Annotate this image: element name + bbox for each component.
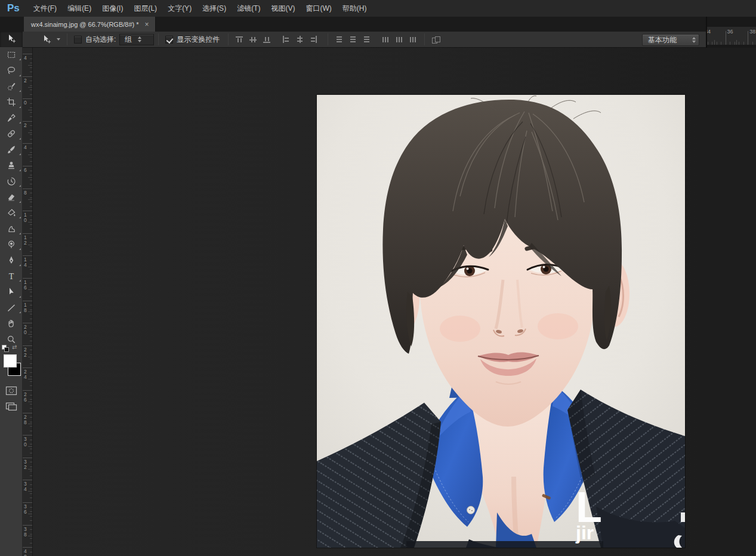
screen-mode-button[interactable]	[0, 399, 23, 414]
distribute-vertical-centers-icon[interactable]	[348, 35, 358, 45]
horizontal-ruler-fragment[interactable]: 343638	[707, 27, 756, 45]
document-tab[interactable]: wx4.sinaimg.jpg @ 66.7%(RGB/8#) * ×	[24, 17, 156, 32]
ruler-tick: 2 6	[24, 392, 27, 403]
ruler-tick	[28, 379, 32, 379]
menu-item-8[interactable]: 视图(V)	[266, 0, 300, 17]
tool-hand[interactable]	[0, 316, 23, 332]
auto-select-target-value: 组	[125, 35, 132, 45]
ruler-tick	[23, 278, 32, 279]
ruler-tick	[30, 287, 32, 288]
menu-item-1[interactable]: 文件(F)	[28, 0, 62, 17]
ruler-tick	[28, 65, 32, 66]
ruler-tick	[30, 449, 32, 449]
ruler-tick	[30, 507, 32, 508]
ruler-tick	[30, 67, 32, 68]
tool-history-brush[interactable]	[0, 174, 23, 190]
ruler-tick	[30, 417, 32, 418]
tool-type[interactable]: T	[0, 268, 23, 285]
ruler-tick	[30, 376, 32, 377]
tool-lasso[interactable]	[0, 63, 23, 79]
menu-item-3[interactable]: 图像(I)	[97, 0, 128, 17]
ruler-tick	[30, 220, 32, 220]
tool-smudge[interactable]	[0, 221, 23, 237]
align-horizontal-centers-icon[interactable]	[295, 35, 305, 45]
default-colors-icon[interactable]	[2, 345, 10, 352]
ruler-tick	[30, 372, 32, 373]
tool-crop[interactable]	[0, 94, 23, 110]
ruler-tick	[30, 489, 32, 489]
tool-spot-healing-brush[interactable]	[0, 126, 23, 142]
brush-tool-icon	[7, 145, 16, 155]
ruler-tick	[28, 357, 32, 357]
ruler-tick: 2 2	[24, 347, 27, 358]
ruler-tick	[30, 422, 32, 422]
ruler-tick	[30, 206, 32, 207]
canvas-document[interactable]: L jir	[317, 95, 685, 548]
ruler-tick	[30, 395, 32, 396]
tool-eraser[interactable]	[0, 189, 23, 205]
smudge-tool-icon	[7, 224, 16, 233]
tool-pen[interactable]	[0, 252, 23, 268]
ruler-tick	[30, 341, 32, 341]
align-right-edges-icon[interactable]	[308, 35, 319, 45]
tool-dodge[interactable]	[0, 237, 23, 253]
tool-preset-caret-icon[interactable]	[57, 38, 60, 41]
menu-item-9[interactable]: 窗口(W)	[300, 0, 337, 17]
distribute-top-edges-icon[interactable]	[334, 35, 344, 45]
distribute-right-edges-icon[interactable]	[408, 35, 418, 45]
align-bottom-edges-icon[interactable]	[262, 35, 272, 45]
distribute-bottom-edges-icon[interactable]	[362, 35, 372, 45]
separator	[158, 33, 159, 45]
tool-quick-selection[interactable]	[0, 79, 23, 95]
show-transform-controls-checkbox[interactable]	[165, 36, 173, 44]
tool-eyedropper[interactable]	[0, 110, 23, 126]
menu-item-10[interactable]: 帮助(H)	[337, 0, 372, 17]
ruler-tick	[30, 332, 32, 332]
distribute-left-edges-icon[interactable]	[381, 35, 391, 45]
menu-item-7[interactable]: 滤镜(T)	[232, 0, 266, 17]
tool-line[interactable]	[0, 300, 23, 316]
ruler-tick	[30, 251, 32, 252]
tool-brush[interactable]	[0, 142, 23, 158]
tool-paint-bucket[interactable]	[0, 205, 23, 221]
ruler-tick	[30, 242, 32, 243]
tab-close-icon[interactable]: ×	[145, 21, 149, 28]
auto-select-target-dropdown[interactable]: 组	[119, 34, 154, 45]
auto-align-layers-icon[interactable]	[431, 35, 441, 45]
ruler-tick	[30, 404, 32, 404]
ruler-tick	[30, 202, 32, 202]
align-top-edges-icon[interactable]	[234, 35, 245, 45]
menu-item-4[interactable]: 图层(L)	[128, 0, 162, 17]
tool-path-selection[interactable]	[0, 284, 23, 300]
ruler-tick	[28, 289, 32, 290]
ruler-tick	[30, 224, 32, 225]
ruler-tick	[28, 267, 32, 267]
ruler-tick	[28, 446, 32, 447]
align-vertical-centers-icon[interactable]	[248, 35, 258, 45]
auto-select-checkbox[interactable]	[74, 36, 82, 44]
quick-mask-button[interactable]	[0, 383, 23, 399]
align-left-edges-icon[interactable]	[281, 35, 291, 45]
ruler-tick: 36	[727, 29, 733, 35]
tool-preset-move-icon[interactable]	[38, 33, 55, 46]
ruler-tick	[30, 493, 32, 494]
tool-move[interactable]	[0, 31, 23, 47]
menu-item-6[interactable]: 选择(S)	[197, 0, 232, 17]
vertical-ruler[interactable]: 42024681 01 21 41 61 82 02 22 42 62 83 0…	[23, 48, 33, 556]
ruler-tick	[717, 42, 717, 45]
separator	[424, 33, 425, 45]
ruler-tick	[30, 180, 32, 180]
foreground-color-swatch[interactable]	[4, 354, 17, 367]
menu-item-2[interactable]: 编辑(E)	[62, 0, 97, 17]
swap-colors-icon[interactable]: ⇄	[12, 344, 17, 350]
menu-item-5[interactable]: 文字(Y)	[162, 0, 197, 17]
workspace-dropdown[interactable]: 基本功能	[642, 34, 699, 46]
distribute-horizontal-centers-icon[interactable]	[394, 35, 405, 45]
tool-rectangular-marquee[interactable]	[0, 47, 23, 63]
tool-clone-stamp[interactable]	[0, 157, 23, 174]
quick-mask-icon	[5, 386, 17, 396]
ruler-tick	[30, 314, 32, 314]
ruler-tick	[30, 125, 32, 126]
ruler-tick	[30, 72, 32, 72]
ruler-tick	[23, 323, 32, 323]
